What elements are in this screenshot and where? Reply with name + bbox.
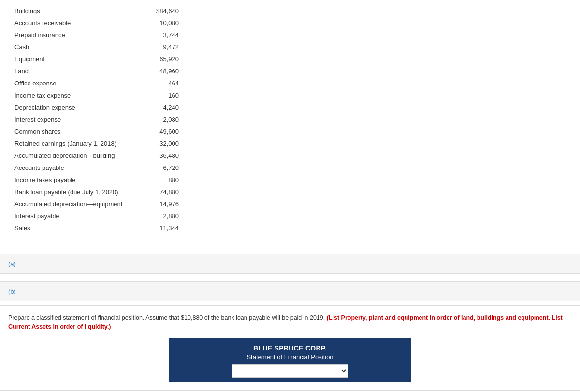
account-name: Accumulated depreciation—equipment	[14, 200, 122, 208]
account-row: Accounts payable6,720	[14, 162, 179, 174]
account-list-section: Buildings$84,640Accounts receivable10,08…	[0, 0, 580, 254]
date-dropdown[interactable]	[232, 364, 348, 378]
part-b-content: Prepare a classified statement of financ…	[0, 305, 580, 391]
account-name: Depreciation expense	[14, 104, 75, 111]
account-row: Income tax expense160	[14, 89, 179, 101]
account-name: Interest payable	[14, 212, 59, 220]
account-value: 880	[150, 176, 179, 183]
account-name: Income taxes payable	[14, 176, 75, 183]
account-value: 48,960	[150, 68, 179, 75]
account-row: Equipment65,920	[14, 53, 179, 65]
account-name: Bank loan payable (due July 1, 2020)	[14, 188, 118, 196]
account-name: Accounts payable	[14, 164, 64, 171]
account-row: Sales11,344	[14, 222, 179, 234]
account-row: Accounts receivable10,080	[14, 17, 179, 29]
account-value: 49,600	[150, 128, 179, 135]
account-row: Common shares49,600	[14, 126, 179, 138]
instructions-text: Prepare a classified statement of financ…	[8, 313, 572, 332]
account-row: Buildings$84,640	[14, 5, 179, 17]
part-b-label: (b)	[8, 288, 16, 295]
account-row: Accumulated depreciation—building36,480	[14, 150, 179, 162]
account-row: Office expense464	[14, 77, 179, 89]
statement-title: Statement of Financial Position	[174, 353, 406, 361]
account-name: Sales	[14, 224, 30, 232]
account-name: Income tax expense	[14, 92, 71, 99]
account-value: 3,744	[150, 31, 179, 39]
account-name: Interest expense	[14, 116, 61, 123]
account-value: 160	[150, 92, 179, 99]
account-row: Depreciation expense4,240	[14, 101, 179, 113]
part-a-section: (a)	[0, 254, 580, 274]
account-name: Prepaid insurance	[14, 31, 65, 39]
account-name: Land	[14, 68, 29, 75]
account-name: Accounts receivable	[14, 19, 71, 27]
account-value: 2,880	[150, 212, 179, 220]
account-row: Bank loan payable (due July 1, 2020)74,8…	[14, 186, 179, 198]
account-row: Retained earnings (January 1, 2018)32,00…	[14, 138, 179, 150]
account-value: $84,640	[150, 7, 179, 14]
account-row: Income taxes payable880	[14, 174, 179, 186]
account-value: 6,720	[150, 164, 179, 171]
account-name: Cash	[14, 43, 29, 51]
account-row: Accumulated depreciation—equipment14,976	[14, 198, 179, 210]
date-dropdown-row[interactable]	[174, 364, 406, 378]
account-value: 4,240	[150, 104, 179, 111]
account-value: 65,920	[150, 56, 179, 63]
account-table: Buildings$84,640Accounts receivable10,08…	[14, 5, 179, 234]
account-name: Office expense	[14, 80, 56, 87]
account-value: 2,080	[150, 116, 179, 123]
instructions-main: Prepare a classified statement of financ…	[8, 314, 325, 321]
parts-wrapper: (a) (b) Prepare a classified statement o…	[0, 254, 580, 391]
part-b-section: (b)	[0, 281, 580, 301]
account-value: 36,480	[150, 152, 179, 159]
account-name: Equipment	[14, 56, 44, 63]
account-row: Prepaid insurance3,744	[14, 29, 179, 41]
account-row: Interest payable2,880	[14, 210, 179, 222]
account-value: 10,080	[150, 19, 179, 27]
statement-header: BLUE SPRUCE CORP. Statement of Financial…	[169, 338, 411, 382]
account-value: 32,000	[150, 140, 179, 147]
account-name: Buildings	[14, 7, 40, 14]
account-row: Interest expense2,080	[14, 113, 179, 126]
account-name: Accumulated depreciation—building	[14, 152, 115, 159]
account-value: 464	[150, 80, 179, 87]
account-row: Cash9,472	[14, 41, 179, 53]
account-row: Land48,960	[14, 65, 179, 77]
account-value: 11,344	[150, 224, 179, 232]
company-name: BLUE SPRUCE CORP.	[174, 344, 406, 352]
account-name: Common shares	[14, 128, 60, 135]
account-value: 14,976	[150, 200, 179, 208]
account-value: 74,880	[150, 188, 179, 196]
account-value: 9,472	[150, 43, 179, 51]
account-name: Retained earnings (January 1, 2018)	[14, 140, 116, 147]
part-a-label: (a)	[8, 260, 16, 267]
